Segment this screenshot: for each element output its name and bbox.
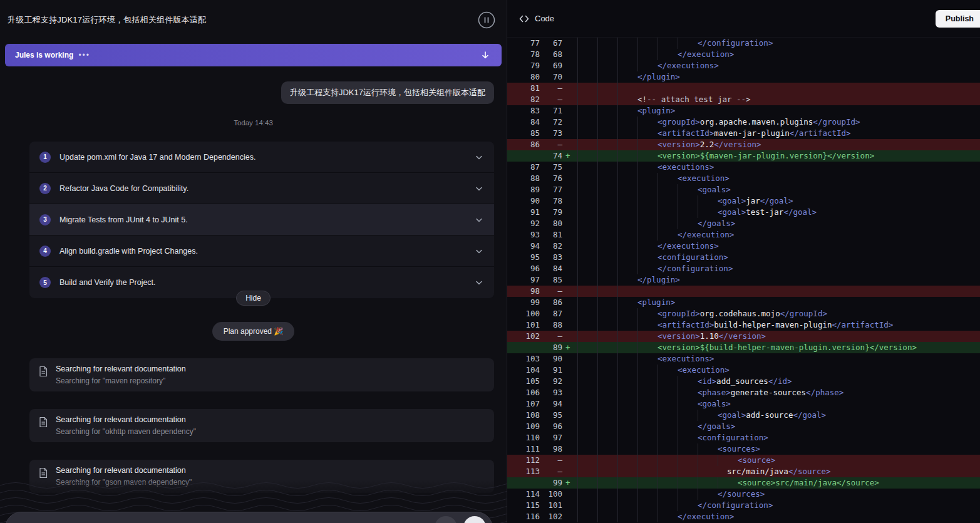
send-button[interactable]	[463, 516, 486, 523]
indent-guide	[597, 218, 617, 229]
indent-guide	[637, 398, 658, 410]
diff-viewport[interactable]: 7767</configuration>7868</execution>7969…	[507, 38, 980, 523]
old-line-number: 103	[507, 353, 540, 365]
code-line-text: <goal>test-jar</goal>	[718, 207, 817, 218]
message-input-bar[interactable]	[5, 512, 493, 523]
indent-guide	[597, 105, 617, 117]
diff-marker	[562, 38, 577, 49]
new-line-number: 71	[540, 105, 562, 117]
diff-line: 8371<plugin>	[507, 105, 980, 117]
old-line-number: 110	[507, 432, 540, 443]
indent-guide	[597, 117, 617, 128]
plan-step[interactable]: 1 Update pom.xml for Java 17 and Modern …	[29, 142, 494, 173]
new-line-number: 77	[540, 184, 562, 195]
plan-step-label: Build and Verify the Project.	[59, 278, 156, 287]
new-line-number: 93	[540, 387, 562, 398]
diff-line: 82—<!-- attach test jar -->	[507, 94, 980, 105]
indent-guide	[577, 218, 597, 229]
indent-guide	[637, 421, 658, 432]
old-line-number: 86	[507, 139, 540, 150]
indent-guide	[658, 421, 678, 432]
indent-guide	[617, 38, 637, 49]
activity-card[interactable]: Searching for relevant documentation Sea…	[29, 409, 494, 442]
indent-guide	[597, 162, 617, 173]
indent-guide	[597, 365, 617, 376]
indent-guide	[678, 421, 698, 432]
indent-guide	[637, 331, 658, 342]
indent-guide	[597, 297, 617, 308]
indent-guide	[678, 184, 698, 195]
scroll-down-button[interactable]	[477, 46, 494, 64]
indent-guide	[698, 207, 718, 218]
activity-card[interactable]: Searching for relevant documentation Sea…	[29, 460, 494, 493]
indent-guide	[577, 60, 597, 71]
plan-step-number: 1	[39, 152, 51, 163]
indent-guide	[617, 398, 637, 410]
indent-guide	[678, 218, 698, 229]
new-line-number: 82	[540, 241, 562, 252]
pause-button[interactable]	[477, 10, 497, 30]
input-secondary-button[interactable]	[435, 516, 457, 523]
plan-steps: 1 Update pom.xml for Java 17 and Modern …	[29, 142, 494, 298]
diff-line: 8070</plugin>	[507, 71, 980, 83]
code-panel-title: Code	[535, 14, 554, 23]
indent-guide	[637, 353, 658, 365]
indent-guide	[698, 489, 718, 500]
diff-marker	[562, 443, 577, 455]
old-line-number: 94	[507, 241, 540, 252]
indent-guide	[597, 150, 617, 162]
plan-step[interactable]: 3 Migrate Tests from JUnit 4 to JUnit 5.	[29, 204, 494, 236]
new-line-number: 90	[540, 353, 562, 365]
code-line-text: <source>	[738, 455, 775, 466]
diff-line: 9583<configuration>	[507, 252, 980, 263]
diff-line: 81—	[507, 83, 980, 94]
indent-guide	[577, 274, 597, 286]
indent-guide	[617, 466, 637, 477]
indent-guide	[617, 83, 637, 94]
diff-line: 99+<source>src/main/java</source>	[507, 477, 980, 489]
indent-guide	[617, 353, 637, 365]
code-panel: Code Publish 7767</configuration>7868</e…	[507, 0, 980, 523]
chevron-down-icon	[474, 277, 484, 287]
indent-guide	[637, 60, 658, 71]
plan-step[interactable]: 4 Align build.gradle with Project Change…	[29, 236, 494, 267]
pause-icon	[477, 11, 496, 29]
diff-marker	[562, 128, 577, 139]
diff-marker	[562, 162, 577, 173]
indent-guide	[678, 207, 698, 218]
code-line-text: <!-- attach test jar -->	[637, 94, 751, 105]
indent-guide	[658, 511, 678, 522]
indent-guide	[617, 387, 637, 398]
indent-guide	[577, 387, 597, 398]
indent-guide	[617, 184, 637, 195]
indent-guide	[658, 500, 678, 511]
plan-step[interactable]: 2 Refactor Java Code for Compatibility.	[29, 173, 494, 204]
activity-title: Searching for relevant documentation	[56, 365, 186, 373]
indent-guide	[597, 342, 617, 353]
new-line-number: 92	[540, 376, 562, 387]
new-line-number: 81	[540, 229, 562, 241]
diff-line: 8876<execution>	[507, 173, 980, 184]
indent-guide	[658, 443, 678, 455]
old-line-number: 87	[507, 162, 540, 173]
new-line-number: 99	[540, 477, 562, 489]
indent-guide	[597, 241, 617, 252]
indent-guide	[658, 410, 678, 421]
diff-line: 10087<groupId>org.codehaus.mojo</groupId…	[507, 308, 980, 319]
new-line-number: 67	[540, 38, 562, 49]
indent-guide	[617, 342, 637, 353]
indent-guide	[597, 38, 617, 49]
hide-plan-button[interactable]: Hide	[236, 291, 271, 306]
diff-line: 102—<version>1.10</version>	[507, 331, 980, 342]
chevron-down-icon	[474, 215, 484, 225]
code-line-text: </execution>	[678, 229, 734, 241]
old-line-number: 88	[507, 173, 540, 184]
indent-guide	[678, 500, 698, 511]
activity-card[interactable]: Searching for relevant documentation Sea…	[29, 358, 494, 391]
chevron-down-icon	[474, 184, 484, 194]
code-line-text: <plugin>	[637, 297, 675, 308]
indent-guide	[577, 173, 597, 184]
publish-button[interactable]: Publish	[936, 10, 980, 28]
indent-guide	[637, 365, 658, 376]
indent-guide	[658, 398, 678, 410]
